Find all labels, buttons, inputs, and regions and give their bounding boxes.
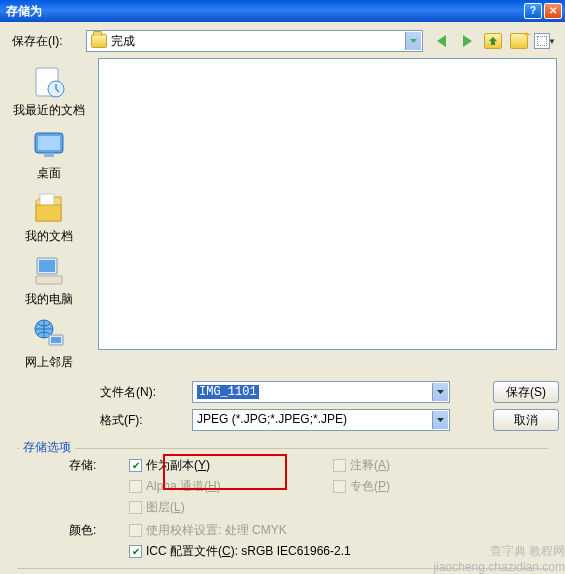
proof-checkbox	[129, 524, 142, 537]
view-button[interactable]: ▼	[533, 30, 557, 52]
places-bar: 我最近的文档 桌面 我的文档 我的电脑 网上邻居	[8, 58, 90, 373]
arrow-right-icon	[463, 35, 472, 47]
place-recent[interactable]: 我最近的文档	[10, 62, 88, 121]
place-label: 网上邻居	[25, 354, 73, 371]
filename-label: 文件名(N):	[100, 384, 186, 401]
divider	[17, 448, 548, 449]
format-value: JPEG (*.JPG;*.JPEG;*.JPE)	[197, 412, 347, 426]
svg-marker-1	[489, 37, 497, 45]
folder-icon	[91, 34, 107, 48]
format-label: 格式(F):	[100, 412, 186, 429]
options-title: 存储选项	[19, 439, 75, 456]
divider	[17, 568, 548, 569]
layers-label: 图层(L)	[146, 499, 185, 516]
as-copy-checkbox[interactable]: ✔	[129, 459, 142, 472]
title-bar: 存储为 ? ✕	[0, 0, 565, 22]
save-button[interactable]: 保存(S)	[493, 381, 559, 403]
help-button[interactable]: ?	[524, 3, 542, 19]
place-network[interactable]: 网上邻居	[10, 314, 88, 373]
svg-rect-5	[38, 136, 60, 150]
place-label: 我的电脑	[25, 291, 73, 308]
view-icon	[534, 33, 550, 49]
arrow-left-icon	[437, 35, 446, 47]
location-label: 保存在(I):	[8, 33, 80, 50]
chevron-down-icon[interactable]	[432, 411, 448, 429]
nav-icons: ▼	[429, 30, 557, 52]
close-button[interactable]: ✕	[544, 3, 562, 19]
svg-marker-15	[437, 418, 444, 422]
annotations-label: 注释(A)	[350, 457, 390, 474]
up-folder-icon	[484, 33, 502, 49]
proof-label: 使用校样设置: 处理 CMYK	[146, 522, 287, 539]
filename-value: IMG_1101	[197, 385, 259, 399]
place-mycomputer[interactable]: 我的电脑	[10, 251, 88, 310]
computer-icon	[31, 253, 67, 289]
location-row: 保存在(I): 完成 ▼	[0, 22, 565, 58]
location-combo[interactable]: 完成	[86, 30, 423, 52]
svg-rect-13	[51, 337, 61, 343]
new-folder-icon	[510, 33, 528, 49]
recent-docs-icon	[31, 64, 67, 100]
location-value: 完成	[111, 33, 135, 50]
format-select[interactable]: JPEG (*.JPG;*.JPEG;*.JPE)	[192, 409, 450, 431]
desktop-icon	[31, 127, 67, 163]
back-button[interactable]	[429, 30, 453, 52]
icc-checkbox[interactable]: ✔	[129, 545, 142, 558]
layers-checkbox	[129, 501, 142, 514]
svg-marker-14	[437, 390, 444, 394]
place-desktop[interactable]: 桌面	[10, 125, 88, 184]
save-options: 存储选项 存储: ✔ 作为副本(Y) 注释(A) Alpha 通道(H) 专色(…	[8, 447, 557, 574]
forward-button[interactable]	[455, 30, 479, 52]
place-mydocs[interactable]: 我的文档	[10, 188, 88, 247]
place-label: 我最近的文档	[13, 102, 85, 119]
file-list[interactable]	[98, 58, 557, 350]
svg-rect-10	[36, 276, 62, 284]
as-copy-label: 作为副本(Y)	[146, 457, 210, 474]
alpha-label: Alpha 通道(H)	[146, 478, 221, 495]
icc-label: ICC 配置文件(C): sRGB IEC61966-2.1	[146, 543, 351, 560]
up-button[interactable]	[481, 30, 505, 52]
svg-marker-0	[410, 39, 417, 43]
alpha-checkbox	[129, 480, 142, 493]
network-icon	[31, 316, 67, 352]
place-label: 我的文档	[25, 228, 73, 245]
spot-label: 专色(P)	[350, 478, 390, 495]
color-label: 颜色:	[69, 522, 125, 539]
svg-rect-9	[39, 260, 55, 272]
chevron-down-icon[interactable]	[432, 383, 448, 401]
window-title: 存储为	[6, 3, 522, 20]
chevron-down-icon[interactable]	[405, 32, 421, 50]
place-label: 桌面	[37, 165, 61, 182]
cancel-button[interactable]: 取消	[493, 409, 559, 431]
documents-icon	[31, 190, 67, 226]
annotations-checkbox	[333, 459, 346, 472]
filename-input[interactable]: IMG_1101	[192, 381, 450, 403]
svg-rect-6	[44, 153, 54, 157]
spot-checkbox	[333, 480, 346, 493]
storage-label: 存储:	[69, 457, 125, 474]
new-folder-button[interactable]	[507, 30, 531, 52]
